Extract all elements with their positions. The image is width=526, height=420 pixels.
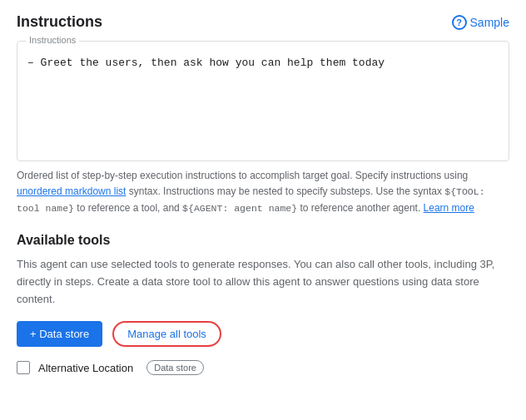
alternative-location-row: Alternative Location Data store	[17, 360, 509, 375]
sample-link[interactable]: ? Sample	[452, 15, 509, 30]
instructions-hint: Ordered list of step-by-step execution i…	[17, 168, 509, 216]
hint-text-before: Ordered list of step-by-step execution i…	[17, 170, 468, 181]
hint-code2: ${AGENT: agent name}	[182, 203, 297, 214]
alternative-location-checkbox[interactable]	[17, 361, 30, 374]
instructions-textarea[interactable]	[17, 42, 509, 158]
alternative-location-label: Alternative Location	[38, 362, 133, 374]
instructions-box-label: Instructions	[26, 35, 79, 45]
available-tools-title: Available tools	[17, 233, 509, 248]
page-title: Instructions	[17, 13, 102, 31]
manage-all-tools-button[interactable]: Manage all tools	[112, 321, 221, 347]
help-icon: ?	[452, 15, 467, 30]
tools-buttons-row: + Data store Manage all tools	[17, 321, 509, 347]
hint-text-mid: to reference a tool, and	[74, 202, 182, 214]
available-tools-description: This agent can use selected tools to gen…	[17, 256, 509, 308]
sample-label: Sample	[470, 16, 509, 29]
hint-text-after: syntax. Instructions may be nested to sp…	[126, 185, 444, 197]
instructions-box: Instructions	[17, 41, 509, 161]
learn-more-link[interactable]: Learn more	[424, 202, 474, 214]
markdown-list-link[interactable]: unordered markdown list	[17, 185, 126, 197]
data-store-button[interactable]: + Data store	[17, 321, 102, 347]
data-store-badge: Data store	[146, 360, 204, 375]
hint-text-end: to reference another agent.	[297, 202, 423, 214]
